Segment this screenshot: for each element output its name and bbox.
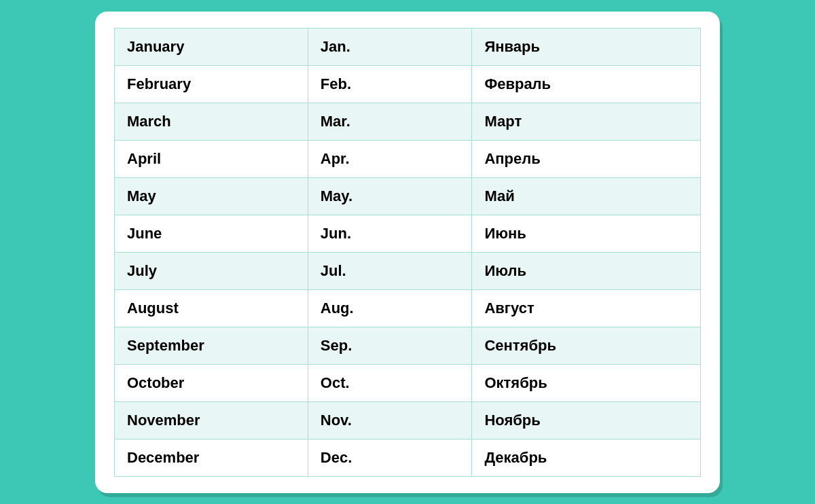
month-abbrev: Aug. — [308, 289, 472, 327]
month-abbrev: Feb. — [308, 65, 472, 103]
month-english: September — [115, 327, 308, 364]
table-row: AprilApr.Апрель — [115, 140, 701, 177]
month-english: May — [115, 177, 308, 215]
month-abbrev: Sep. — [308, 327, 472, 364]
table-row: SeptemberSep.Сентябрь — [115, 327, 701, 364]
month-abbrev: Apr. — [308, 140, 472, 177]
table-row: OctoberOct.Октябрь — [115, 364, 701, 401]
month-english: February — [115, 65, 308, 103]
month-abbrev: Mar. — [308, 103, 472, 140]
month-russian: Февраль — [472, 65, 701, 103]
month-english: December — [115, 439, 308, 476]
table-row: FebruaryFeb.Февраль — [115, 65, 701, 103]
month-english: August — [115, 289, 308, 327]
month-english: June — [115, 215, 308, 252]
month-russian: Март — [472, 103, 701, 140]
month-english: March — [115, 103, 308, 140]
month-russian: Июнь — [472, 215, 701, 252]
month-abbrev: May. — [308, 177, 472, 215]
table-row: JulyJul.Июль — [115, 252, 701, 289]
month-english: April — [115, 140, 308, 177]
month-english: October — [115, 364, 308, 401]
month-russian: Апрель — [472, 140, 701, 177]
table-row: MarchMar.Март — [115, 103, 701, 140]
month-russian: Январь — [472, 28, 701, 65]
month-russian: Август — [472, 289, 701, 327]
month-english: July — [115, 252, 308, 289]
table-row: JanuaryJan.Январь — [115, 28, 701, 65]
month-abbrev: Nov. — [308, 401, 472, 439]
month-abbrev: Dec. — [308, 439, 472, 476]
month-russian: Сентябрь — [472, 327, 701, 364]
table-row: AugustAug.Август — [115, 289, 701, 327]
month-abbrev: Jul. — [308, 252, 472, 289]
month-russian: Июль — [472, 252, 701, 289]
month-russian: Ноябрь — [472, 401, 701, 439]
table-row: DecemberDec.Декабрь — [115, 439, 701, 476]
month-english: January — [115, 28, 308, 65]
month-english: November — [115, 401, 308, 439]
table-row: JuneJun.Июнь — [115, 215, 701, 252]
table-row: MayMay.Май — [115, 177, 701, 215]
month-russian: Октябрь — [472, 364, 701, 401]
card: JanuaryJan.ЯнварьFebruaryFeb.ФевральMarc… — [95, 12, 720, 493]
month-abbrev: Oct. — [308, 364, 472, 401]
months-table: JanuaryJan.ЯнварьFebruaryFeb.ФевральMarc… — [114, 28, 701, 477]
month-russian: Май — [472, 177, 701, 215]
month-abbrev: Jun. — [308, 215, 472, 252]
table-row: NovemberNov.Ноябрь — [115, 401, 701, 439]
month-russian: Декабрь — [472, 439, 701, 476]
month-abbrev: Jan. — [308, 28, 472, 65]
